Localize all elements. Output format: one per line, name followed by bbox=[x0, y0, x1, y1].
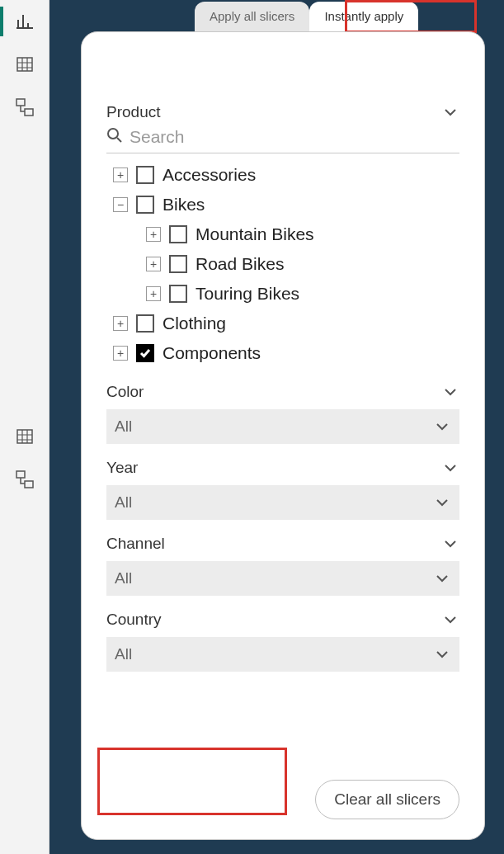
chevron-down-icon bbox=[433, 645, 451, 663]
tab-instantly-apply[interactable]: Instantly apply bbox=[309, 2, 418, 32]
svg-rect-2 bbox=[25, 109, 33, 116]
checkbox[interactable] bbox=[136, 166, 154, 184]
product-slicer-title: Product bbox=[106, 103, 160, 121]
chevron-down-icon bbox=[441, 611, 459, 629]
product-search-row[interactable] bbox=[106, 125, 459, 153]
year-dropdown[interactable]: All bbox=[106, 485, 459, 520]
expand-toggle[interactable]: + bbox=[113, 167, 128, 182]
chevron-down-icon bbox=[441, 535, 459, 553]
chevron-down-icon bbox=[433, 569, 451, 587]
color-slicer-header[interactable]: Color bbox=[106, 383, 459, 401]
clear-all-slicers-button[interactable]: Clear all slicers bbox=[315, 780, 459, 819]
expand-toggle[interactable]: + bbox=[146, 286, 161, 301]
expand-toggle[interactable]: + bbox=[146, 227, 161, 242]
chevron-down-icon bbox=[433, 418, 451, 436]
product-search-input[interactable] bbox=[128, 126, 459, 148]
nav-rail bbox=[0, 0, 49, 854]
svg-rect-3 bbox=[17, 430, 32, 443]
panel-footer: Clear all slicers bbox=[82, 780, 484, 819]
checkbox[interactable] bbox=[169, 225, 187, 243]
year-dropdown-value: All bbox=[115, 493, 132, 512]
tree-node-label: Bikes bbox=[163, 195, 205, 215]
tree-node[interactable]: + Road Bikes bbox=[146, 249, 459, 279]
checkbox[interactable] bbox=[136, 344, 154, 362]
nav-data-view[interactable] bbox=[13, 53, 36, 76]
expand-toggle[interactable]: + bbox=[113, 346, 128, 361]
tree-node[interactable]: − Bikes bbox=[113, 190, 459, 219]
tree-node-label: Components bbox=[163, 343, 261, 363]
tree-node[interactable]: + Accessories bbox=[113, 160, 459, 190]
tree-node[interactable]: + Clothing bbox=[113, 309, 459, 338]
nav-model-view[interactable] bbox=[13, 96, 36, 119]
tree-node-label: Mountain Bikes bbox=[195, 224, 314, 244]
tree-node-label: Touring Bikes bbox=[195, 284, 299, 304]
channel-dropdown[interactable]: All bbox=[106, 561, 459, 596]
tree-node-label: Clothing bbox=[163, 314, 226, 333]
tree-node[interactable]: + Mountain Bikes bbox=[146, 219, 459, 249]
channel-dropdown-value: All bbox=[115, 569, 132, 587]
product-tree: + Accessories − Bikes + Mountain Bikes + bbox=[113, 160, 459, 368]
checkbox[interactable] bbox=[169, 255, 187, 273]
tab-apply-all-slicers[interactable]: Apply all slicers bbox=[195, 2, 309, 32]
nav-report-view[interactable] bbox=[13, 10, 36, 33]
year-slicer: Year All bbox=[106, 459, 459, 520]
expand-toggle[interactable]: − bbox=[113, 197, 128, 212]
color-dropdown-value: All bbox=[115, 418, 132, 436]
checkbox[interactable] bbox=[136, 314, 154, 333]
country-slicer: Country All bbox=[106, 611, 459, 672]
chevron-down-icon bbox=[441, 103, 459, 121]
checkbox[interactable] bbox=[169, 285, 187, 303]
panel-tabs: Apply all slicers Instantly apply bbox=[195, 2, 418, 32]
nav-extra-table[interactable] bbox=[13, 425, 36, 448]
country-dropdown[interactable]: All bbox=[106, 637, 459, 672]
tree-node[interactable]: + Components bbox=[113, 338, 459, 368]
color-dropdown[interactable]: All bbox=[106, 409, 459, 444]
channel-slicer: Channel All bbox=[106, 535, 459, 596]
country-slicer-title: Country bbox=[106, 611, 162, 629]
channel-slicer-header[interactable]: Channel bbox=[106, 535, 459, 553]
tree-node-label: Road Bikes bbox=[195, 254, 284, 274]
expand-toggle[interactable]: + bbox=[113, 316, 128, 331]
year-slicer-header[interactable]: Year bbox=[106, 459, 459, 477]
slicer-panel: Product + Accessories − Bikes + Mountai bbox=[81, 31, 485, 840]
svg-rect-4 bbox=[16, 471, 25, 478]
chevron-down-icon bbox=[441, 383, 459, 401]
expand-toggle[interactable]: + bbox=[146, 257, 161, 271]
nav-extra-model[interactable] bbox=[13, 468, 36, 491]
channel-slicer-title: Channel bbox=[106, 535, 165, 553]
checkbox[interactable] bbox=[136, 196, 154, 214]
chevron-down-icon bbox=[441, 459, 459, 477]
svg-rect-1 bbox=[16, 99, 25, 106]
color-slicer: Color All bbox=[106, 383, 459, 444]
svg-rect-5 bbox=[25, 481, 33, 488]
country-slicer-header[interactable]: Country bbox=[106, 611, 459, 629]
chevron-down-icon bbox=[433, 493, 451, 512]
country-dropdown-value: All bbox=[115, 645, 132, 663]
search-icon bbox=[106, 127, 123, 147]
svg-point-6 bbox=[108, 129, 118, 139]
product-slicer-header[interactable]: Product bbox=[106, 103, 459, 121]
svg-rect-0 bbox=[17, 58, 32, 71]
year-slicer-title: Year bbox=[106, 459, 138, 477]
color-slicer-title: Color bbox=[106, 383, 144, 401]
tree-node[interactable]: + Touring Bikes bbox=[146, 279, 459, 309]
tree-node-label: Accessories bbox=[163, 165, 256, 185]
